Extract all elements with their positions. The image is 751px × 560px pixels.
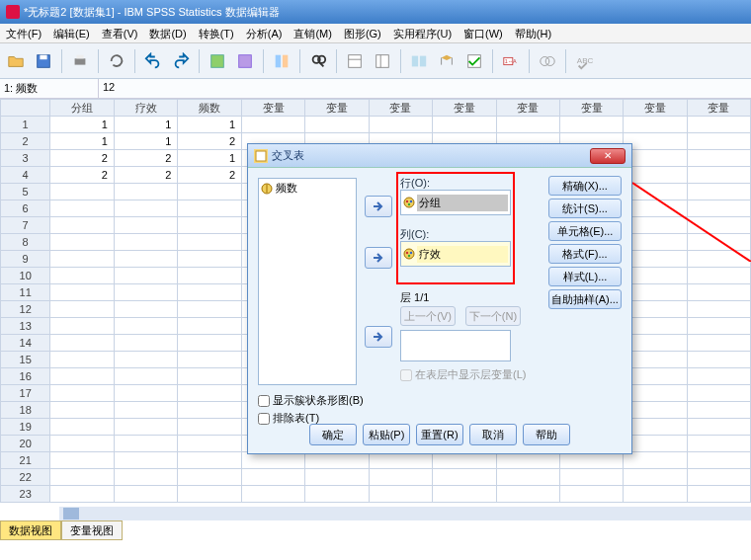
cell[interactable] (114, 436, 178, 452)
cell[interactable] (559, 452, 623, 469)
cell[interactable] (50, 301, 115, 318)
cell[interactable] (114, 452, 178, 469)
cell[interactable] (559, 117, 623, 133)
col-header[interactable]: 疗效 (114, 100, 178, 117)
cell[interactable] (687, 234, 750, 251)
cell[interactable] (624, 167, 687, 184)
menu-transform[interactable]: 转换(T) (193, 24, 240, 42)
reset-button[interactable]: 重置(R) (416, 424, 463, 445)
cell[interactable] (178, 419, 242, 436)
style-button[interactable]: 样式(L)... (548, 267, 622, 286)
col-header[interactable]: 变量 (242, 100, 305, 117)
cell[interactable] (624, 217, 687, 234)
cell[interactable] (496, 117, 559, 133)
cell[interactable] (178, 200, 242, 217)
row-header[interactable]: 2 (1, 133, 50, 150)
row-header[interactable]: 6 (1, 200, 50, 217)
cols-list[interactable]: 疗效 (400, 241, 511, 267)
cell[interactable]: 2 (114, 167, 178, 184)
tab-variable-view[interactable]: 变量视图 (61, 520, 123, 540)
col-header[interactable]: 分组 (50, 100, 115, 117)
cell[interactable] (114, 486, 178, 503)
find-icon[interactable] (306, 49, 330, 73)
print-icon[interactable] (68, 49, 92, 73)
cell[interactable]: 1 (50, 117, 115, 133)
row-header[interactable]: 12 (1, 301, 50, 318)
cell[interactable] (687, 301, 750, 318)
cell[interactable] (624, 301, 687, 318)
cell[interactable]: 1 (50, 133, 115, 150)
cell[interactable] (178, 452, 242, 469)
active-cell-value[interactable]: 12 (99, 79, 751, 98)
variables-icon[interactable] (270, 49, 293, 73)
cell[interactable]: 2 (50, 150, 115, 167)
col-header[interactable]: 频数 (178, 100, 242, 117)
cell[interactable] (369, 469, 432, 486)
row-header[interactable]: 21 (1, 452, 50, 469)
cells-button[interactable]: 单元格(E)... (548, 221, 622, 241)
cell[interactable] (496, 452, 559, 469)
col-header[interactable]: 变量 (305, 100, 369, 117)
cell[interactable] (178, 486, 242, 503)
row-header[interactable]: 10 (1, 268, 50, 284)
cell[interactable] (50, 368, 115, 385)
undo-icon[interactable] (141, 49, 165, 73)
insert-var-icon[interactable] (371, 49, 394, 73)
select-cases-icon[interactable] (462, 49, 486, 73)
row-header[interactable]: 17 (1, 385, 50, 402)
cancel-button[interactable]: 取消 (469, 424, 517, 445)
cell[interactable] (369, 117, 432, 133)
menu-window[interactable]: 窗口(W) (458, 24, 509, 42)
cell[interactable] (559, 486, 623, 503)
cell[interactable] (178, 184, 242, 200)
ok-button[interactable]: 确定 (309, 424, 357, 445)
cell[interactable] (624, 284, 687, 301)
menu-direct[interactable]: 直销(M) (288, 24, 338, 42)
cell[interactable] (114, 251, 178, 268)
cell[interactable] (624, 469, 687, 486)
cell[interactable] (50, 402, 115, 419)
goto-case-icon[interactable] (206, 49, 229, 73)
col-header[interactable]: 变量 (433, 100, 496, 117)
cell[interactable] (50, 335, 115, 352)
cell[interactable] (687, 368, 750, 385)
cell[interactable] (624, 436, 687, 452)
cell[interactable] (50, 436, 115, 452)
cell[interactable] (178, 469, 242, 486)
cell[interactable] (114, 301, 178, 318)
row-header[interactable]: 4 (1, 167, 50, 184)
cell[interactable] (114, 402, 178, 419)
layer-prev-button[interactable]: 上一个(V) (400, 306, 456, 326)
save-icon[interactable] (32, 49, 55, 73)
cell[interactable]: 1 (114, 117, 178, 133)
col-header[interactable]: 变量 (369, 100, 432, 117)
cell[interactable] (624, 318, 687, 335)
cell[interactable]: 2 (114, 150, 178, 167)
cell[interactable] (687, 352, 750, 368)
cell[interactable] (624, 452, 687, 469)
cell[interactable]: 2 (178, 167, 242, 184)
spellcheck-icon[interactable]: ABC (572, 49, 596, 73)
row-header[interactable]: 3 (1, 150, 50, 167)
exact-button[interactable]: 精确(X)... (548, 176, 622, 196)
open-icon[interactable] (4, 49, 28, 73)
cell[interactable] (242, 469, 305, 486)
dialog-close-button[interactable]: ✕ (590, 148, 626, 164)
row-header[interactable]: 20 (1, 436, 50, 452)
cell[interactable] (114, 200, 178, 217)
cell[interactable] (687, 469, 750, 486)
cell[interactable] (624, 251, 687, 268)
cell[interactable] (624, 368, 687, 385)
cell[interactable] (50, 217, 115, 234)
redo-icon[interactable] (169, 49, 193, 73)
tab-data-view[interactable]: 数据视图 (0, 520, 61, 540)
source-variable-list[interactable]: 频数 (258, 178, 357, 385)
cell[interactable] (114, 419, 178, 436)
row-header[interactable]: 18 (1, 402, 50, 419)
cell[interactable] (369, 486, 432, 503)
barchart-checkbox[interactable] (258, 395, 270, 407)
cell[interactable] (114, 234, 178, 251)
cell[interactable] (433, 452, 496, 469)
cell[interactable] (114, 217, 178, 234)
cell[interactable] (687, 385, 750, 402)
